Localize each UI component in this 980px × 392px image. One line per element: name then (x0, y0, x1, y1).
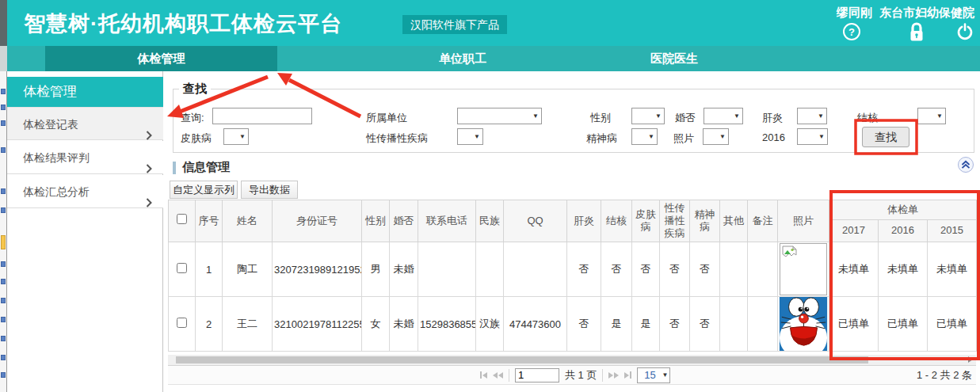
cell-num: 1 (196, 242, 223, 297)
col-header-name: 姓名 (223, 200, 273, 242)
chevron-down-icon: ▼ (818, 133, 825, 140)
cell-std: 否 (660, 297, 690, 352)
row-checkbox[interactable] (177, 318, 187, 328)
chevron-down-icon: ▼ (936, 112, 943, 120)
mental-label: 精神病 (586, 131, 617, 146)
export-data-button[interactable]: 导出数据 (241, 181, 298, 199)
col-header-skin: 皮肤病 (632, 200, 660, 242)
cell-hepatitis: 否 (567, 297, 601, 352)
table-row: 1 陶工 3207231989121952 男 未婚 否 否 否 否 否 (169, 242, 977, 297)
row-checkbox[interactable] (177, 263, 187, 273)
sidebar-item-exam-registration[interactable]: 体检登记表 (7, 107, 163, 140)
cell-form-2016: 已填单 (879, 297, 928, 352)
tab-physical-exam-management[interactable]: 体检管理 (45, 46, 277, 71)
custom-columns-button[interactable]: 自定义显示列 (170, 181, 238, 199)
page-number-input[interactable] (515, 368, 559, 382)
chevron-down-icon: ▼ (239, 133, 246, 140)
sidebar-item-exam-result-judgement[interactable]: 体检结果评判 (7, 141, 163, 174)
lock-icon[interactable] (908, 21, 925, 43)
broken-image[interactable] (780, 243, 827, 295)
std-select[interactable]: ▼ (457, 128, 483, 145)
col-header-photo: 照片 (778, 200, 829, 242)
search-button[interactable]: 查找 (862, 127, 909, 147)
col-header-gender: 性别 (362, 200, 390, 242)
bookmark-icon (1, 317, 6, 322)
col-header-num: 序号 (196, 200, 223, 242)
first-page-button[interactable] (480, 371, 487, 379)
sidebar-title: 体检管理 (7, 77, 163, 107)
chevron-down-icon: ▼ (818, 112, 824, 120)
organization-name: 东台市妇幼保健院 (879, 6, 974, 21)
tb-select[interactable]: ▼ (917, 108, 946, 124)
app-title: 智慧树·托幼机构职工体检云平台 (24, 10, 342, 38)
tab-hospital-doctors[interactable]: 医院医生 (595, 46, 753, 71)
gender-select[interactable]: ▼ (631, 108, 665, 124)
help-icon[interactable]: ? (843, 23, 860, 40)
chevron-down-icon: ▼ (648, 133, 654, 140)
year-label: 2016 (762, 131, 785, 143)
sidebar-item-label: 体检结果评判 (23, 151, 90, 164)
collapse-panel-icon[interactable] (957, 156, 974, 173)
cell-skin: 否 (632, 242, 660, 297)
col-header-id: 身份证号 (273, 200, 362, 242)
tab-unit-staff[interactable]: 单位职工 (383, 46, 542, 71)
cell-num: 2 (196, 297, 223, 352)
bookmark-icon (1, 105, 6, 110)
last-page-button[interactable] (624, 371, 631, 379)
cell-gender: 女 (362, 297, 390, 352)
employee-table: 序号 姓名 身份证号 性别 婚否 联系电话 民族 QQ 肝炎 结核 皮肤病 性传… (168, 200, 977, 352)
sidebar-item-exam-summary-analysis[interactable]: 体检汇总分析 (7, 175, 163, 208)
cell-form-2015: 已填单 (928, 297, 977, 352)
chevron-down-icon: ▼ (734, 112, 740, 120)
chevron-right-icon (146, 187, 152, 220)
cell-mental: 否 (690, 297, 720, 352)
unit-select[interactable]: ▼ (457, 108, 542, 124)
cell-photo (778, 242, 829, 297)
power-logout-icon[interactable] (955, 22, 974, 41)
bookmark-icon (1, 120, 6, 126)
skin-select[interactable]: ▼ (223, 128, 249, 145)
tb-label: 结核 (857, 111, 878, 125)
pagination-divider (509, 369, 509, 382)
col-header-ethnicity: 民族 (476, 200, 504, 242)
marital-select[interactable]: ▼ (704, 108, 743, 124)
photo-select[interactable]: ▼ (703, 128, 729, 145)
prev-page-button[interactable] (493, 372, 503, 379)
section-accent-bar (173, 162, 176, 174)
chevron-down-icon: ▼ (532, 112, 539, 120)
page-size-select[interactable]: 15 ▼ (637, 367, 670, 383)
cell-other (720, 297, 748, 352)
hepatitis-select[interactable]: ▼ (797, 108, 827, 124)
bookmark-icon (1, 188, 6, 194)
cell-phone: 15298368550 (418, 297, 476, 352)
select-all-checkbox[interactable] (177, 214, 187, 224)
query-input[interactable] (212, 108, 312, 124)
bookmark-icon (1, 336, 6, 341)
scrollbar-right-arrow-icon[interactable] (968, 356, 973, 363)
cell-marital: 未婚 (390, 297, 418, 352)
col-header-std: 性传播性疾病 (660, 200, 690, 242)
page-size-value: 15 (638, 369, 662, 381)
next-page-button[interactable] (608, 372, 619, 379)
cell-mental: 否 (690, 242, 720, 297)
col-header-qq: QQ (504, 200, 567, 242)
doraemon-photo[interactable] (779, 297, 828, 351)
marital-label: 婚否 (675, 111, 696, 125)
chevron-down-icon: ▼ (719, 133, 726, 140)
col-header-2016: 2016 (879, 220, 928, 242)
cell-other (720, 242, 748, 297)
pagination-divider (602, 369, 603, 382)
col-header-2017: 2017 (829, 220, 879, 242)
app-window: 智慧树·托幼机构职工体检云平台 汉阳软件旗下产品 缪同刚 东台市妇幼保健院 ? … (0, 0, 980, 392)
horizontal-scrollbar-thumb[interactable] (176, 356, 868, 363)
table-row: 2 王二 3210021978112255 女 未婚 15298368550 汉… (169, 297, 977, 352)
total-pages-label: 共 1 页 (565, 368, 597, 382)
mental-select[interactable]: ▼ (631, 128, 658, 145)
bookmark-icon (1, 298, 6, 303)
skin-label: 皮肤病 (181, 131, 212, 146)
cell-photo (778, 297, 829, 352)
year-select[interactable]: ▼ (797, 128, 828, 145)
col-header-phone: 联系电话 (418, 200, 476, 242)
background-window-strip-header (0, 0, 7, 46)
info-section-title: 信息管理 (182, 160, 230, 175)
